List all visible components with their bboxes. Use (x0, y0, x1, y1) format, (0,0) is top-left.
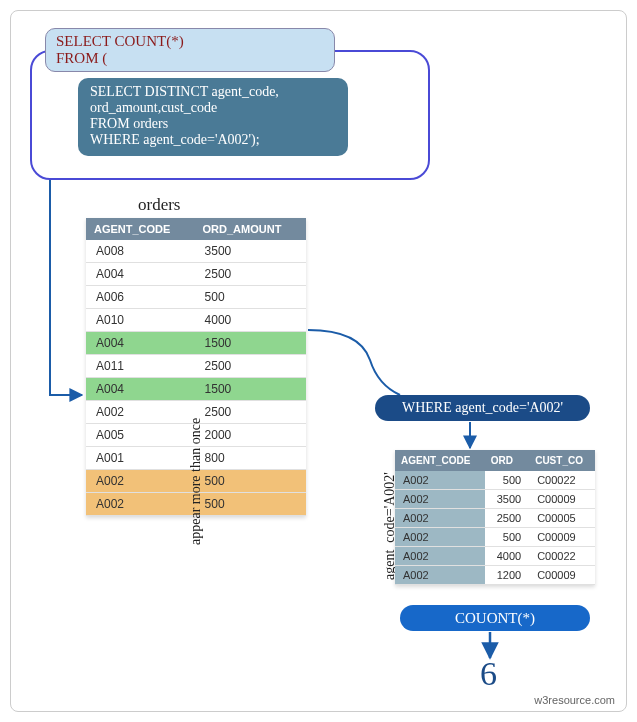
duplicate-note: appear more than once (188, 345, 204, 545)
table-row: A0023500C00009 (395, 490, 595, 509)
sql-text: SELECT COUNT(*) (56, 33, 324, 50)
table-header-row: AGENT_CODE ORD CUST_CO (395, 450, 595, 471)
cell-ord-amount: 800 (195, 447, 306, 470)
cell-agent-code: A001 (86, 447, 195, 470)
table-row: A0104000 (86, 309, 306, 332)
col-header: ORD_AMOUNT (195, 218, 306, 240)
cell-ord-amount: 2500 (195, 263, 306, 286)
cell-ord-amount: 4000 (195, 309, 306, 332)
cell-agent-code: A004 (86, 378, 195, 401)
cell-agent-code: A002 (395, 509, 485, 528)
cell-ord: 500 (485, 471, 530, 490)
cell-ord-amount: 2500 (195, 355, 306, 378)
table-row: A0083500 (86, 240, 306, 263)
sql-text: SELECT DISTINCT agent_code, (90, 84, 336, 100)
cell-ord-amount: 500 (195, 470, 306, 493)
col-header: AGENT_CODE (86, 218, 195, 240)
table-row: A0042500 (86, 263, 306, 286)
cell-agent-code: A002 (86, 493, 195, 516)
cell-cust-code: C00022 (529, 547, 595, 566)
cell-agent-code: A006 (86, 286, 195, 309)
cell-ord-amount: 500 (195, 493, 306, 516)
cell-agent-code: A002 (395, 471, 485, 490)
cell-ord-amount: 3500 (195, 240, 306, 263)
sql-text: ord_amount,cust_code (90, 100, 336, 116)
table-row: A006500 (86, 286, 306, 309)
cell-cust-code: C00009 (529, 490, 595, 509)
cell-ord: 500 (485, 528, 530, 547)
table-row: A0022500C00005 (395, 509, 595, 528)
cell-agent-code: A002 (395, 547, 485, 566)
col-header: ORD (485, 450, 530, 471)
sql-outer-query-box: SELECT COUNT(*) FROM ( (45, 28, 335, 72)
count-pill: COUONT(*) (400, 605, 590, 631)
cell-agent-code: A010 (86, 309, 195, 332)
cell-agent-code: A002 (395, 566, 485, 585)
orders-table-title: orders (138, 195, 180, 215)
cell-ord-amount: 2500 (195, 401, 306, 424)
where-clause-pill: WHERE agent_code='A002' (375, 395, 590, 421)
result-value: 6 (480, 655, 497, 693)
cell-agent-code: A002 (86, 470, 195, 493)
watermark: w3resource.com (534, 694, 615, 706)
cell-cust-code: C00009 (529, 566, 595, 585)
cell-agent-code: A002 (395, 490, 485, 509)
cell-ord: 4000 (485, 547, 530, 566)
cell-cust-code: C00009 (529, 528, 595, 547)
cell-ord: 2500 (485, 509, 530, 528)
filtered-table: AGENT_CODE ORD CUST_CO A002500C00022A002… (395, 450, 595, 585)
cell-ord: 3500 (485, 490, 530, 509)
table-header-row: AGENT_CODE ORD_AMOUNT (86, 218, 306, 240)
col-header: CUST_CO (529, 450, 595, 471)
sql-text: WHERE agent_code='A002'); (90, 132, 336, 148)
cell-agent-code: A002 (395, 528, 485, 547)
table-row: A0021200C00009 (395, 566, 595, 585)
cell-agent-code: A004 (86, 263, 195, 286)
cell-agent-code: A008 (86, 240, 195, 263)
cell-ord-amount: 1500 (195, 332, 306, 355)
cell-ord-amount: 500 (195, 286, 306, 309)
table-row: A002500C00022 (395, 471, 595, 490)
cell-cust-code: C00022 (529, 471, 595, 490)
cell-ord-amount: 1500 (195, 378, 306, 401)
sql-inner-subquery-box: SELECT DISTINCT agent_code, ord_amount,c… (78, 78, 348, 156)
cell-ord-amount: 2000 (195, 424, 306, 447)
cell-cust-code: C00005 (529, 509, 595, 528)
sql-text: FROM ( (56, 50, 324, 67)
cell-agent-code: A004 (86, 332, 195, 355)
col-header: AGENT_CODE (395, 450, 485, 471)
cell-agent-code: A002 (86, 401, 195, 424)
cell-ord: 1200 (485, 566, 530, 585)
cell-agent-code: A005 (86, 424, 195, 447)
table-row: A0024000C00022 (395, 547, 595, 566)
cell-agent-code: A011 (86, 355, 195, 378)
table-row: A002500C00009 (395, 528, 595, 547)
sql-text: FROM orders (90, 116, 336, 132)
